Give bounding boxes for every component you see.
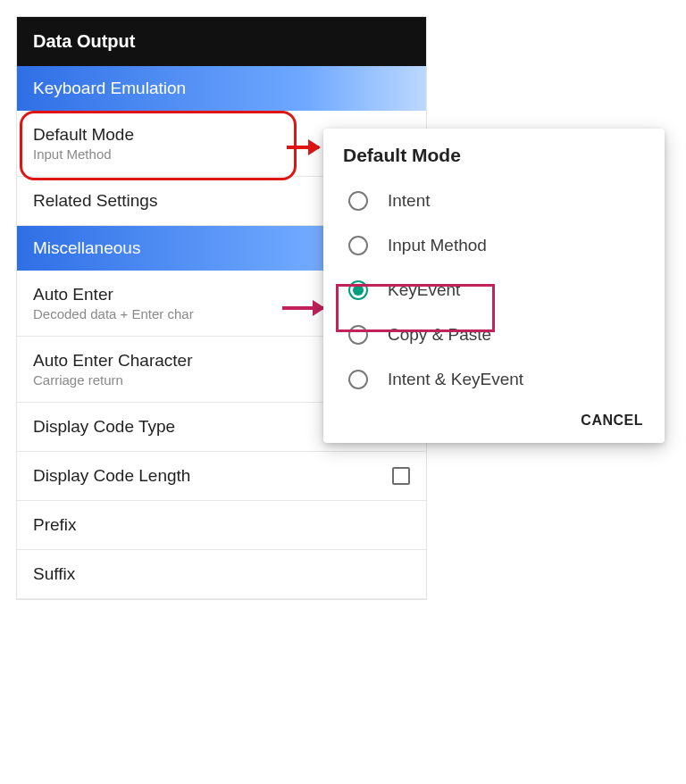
option-intent-keyevent[interactable]: Intent & KeyEvent xyxy=(323,357,665,402)
row-value: Decoded data + Enter char xyxy=(33,306,194,321)
row-prefix[interactable]: Prefix xyxy=(17,501,426,550)
radio-icon xyxy=(348,191,368,211)
row-display-code-length[interactable]: Display Code Length xyxy=(17,452,426,501)
row-label: Related Settings xyxy=(33,191,157,211)
row-label: Display Code Type xyxy=(33,417,175,437)
row-label: Suffix xyxy=(33,564,75,584)
option-label: Input Method xyxy=(388,236,487,255)
option-label: Copy & Paste xyxy=(388,325,491,345)
option-copy-paste[interactable]: Copy & Paste xyxy=(323,313,665,357)
default-mode-dialog: Default Mode Intent Input Method KeyEven… xyxy=(323,129,665,443)
row-label: Auto Enter xyxy=(33,285,194,304)
checkbox-display-code-length[interactable] xyxy=(392,467,410,485)
cancel-button[interactable]: CANCEL xyxy=(581,413,643,429)
section-keyboard-emulation: Keyboard Emulation xyxy=(17,66,426,111)
row-label: Default Mode xyxy=(33,125,134,145)
option-label: Intent xyxy=(388,191,431,211)
row-suffix[interactable]: Suffix xyxy=(17,550,426,599)
row-label: Auto Enter Character xyxy=(33,351,192,371)
row-label: Prefix xyxy=(33,515,77,535)
radio-icon xyxy=(348,236,368,255)
option-label: KeyEvent xyxy=(388,280,460,300)
radio-icon xyxy=(348,325,368,345)
option-intent[interactable]: Intent xyxy=(323,179,665,223)
arrow-to-keyevent-icon xyxy=(282,306,323,310)
option-label: Intent & KeyEvent xyxy=(388,370,523,389)
page-title: Data Output xyxy=(17,17,426,66)
radio-icon xyxy=(348,370,368,389)
dialog-title: Default Mode xyxy=(323,145,665,179)
option-input-method[interactable]: Input Method xyxy=(323,223,665,268)
row-label: Display Code Length xyxy=(33,466,190,486)
radio-selected-icon xyxy=(348,280,368,300)
arrow-to-dialog-icon xyxy=(287,146,319,149)
row-value: Input Method xyxy=(33,146,134,162)
dialog-actions: CANCEL xyxy=(323,402,665,434)
row-value: Carriage return xyxy=(33,372,192,388)
option-keyevent[interactable]: KeyEvent xyxy=(323,268,665,313)
